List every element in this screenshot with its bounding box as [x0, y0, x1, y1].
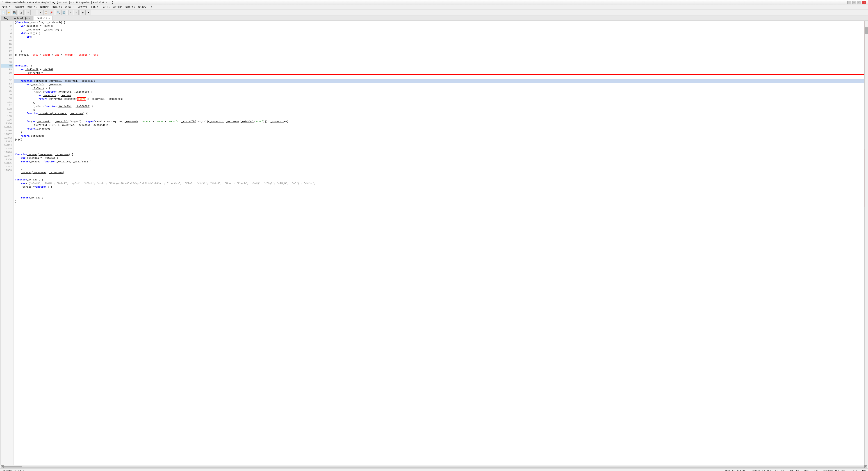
- code-line-12336: var _0x5ea02a = _0xfa2c();: [14, 156, 864, 160]
- menu-bar: 文件(F) 编辑(E) 搜索(S) 视图(V) 编码(N) 语言(L) 设置(T…: [0, 5, 868, 9]
- menu-plugins[interactable]: 插件(P): [124, 5, 136, 9]
- linenum-16: 16: [1, 46, 12, 50]
- code-line-54: },: [14, 101, 864, 104]
- menu-tools[interactable]: 工具(O): [89, 5, 101, 9]
- toolbar-paste[interactable]: 📌: [49, 10, 54, 15]
- toolbar-zoom-out[interactable]: －: [74, 10, 79, 15]
- code-line-12346: var = ['oPoKD', 'lhiNt', 'DzheF', 'VgCsd…: [14, 182, 864, 185]
- linenum-54: 54: [1, 86, 12, 89]
- bottom-scrollbar[interactable]: ◀ ▶: [0, 465, 868, 468]
- code-line-17: [14, 60, 864, 64]
- toolbar-new[interactable]: 📄: [1, 10, 6, 15]
- toolbar-stop[interactable]: ■: [86, 10, 91, 15]
- code-line-16: [14, 57, 864, 60]
- code-line-12350: ;: [14, 192, 864, 196]
- menu-view[interactable]: 视图(V): [38, 5, 51, 9]
- linenum-103: 103: [1, 107, 12, 111]
- toolbar-save[interactable]: 💾: [12, 10, 17, 15]
- code-line-12343: _0x2942(_0x548892, _0x146508);: [14, 171, 864, 174]
- toolbar-replace[interactable]: 🔄: [61, 10, 66, 15]
- menu-help[interactable]: ?: [149, 6, 154, 9]
- scroll-left-btn[interactable]: ◀: [1, 465, 4, 468]
- code-line-104: }: [14, 131, 864, 134]
- code-line-2: var _0x56dfc6 = _0x2942: [14, 24, 864, 28]
- code-line-dots1: [14, 39, 864, 50]
- linenum-5: 5: [1, 35, 12, 39]
- linenum-104: 104: [1, 111, 12, 115]
- menu-search[interactable]: 搜索(S): [26, 5, 38, 9]
- status-pos: Pos: 2,371: [804, 469, 818, 471]
- linenum-106: 106: [1, 118, 12, 122]
- linenum-19: 19: [1, 57, 12, 60]
- menu-run[interactable]: 运行(R): [112, 5, 124, 9]
- menu-settings[interactable]: 设置(T): [76, 5, 89, 9]
- tab-test-close[interactable]: ✕: [49, 17, 50, 20]
- right-scrollbar[interactable]: [864, 21, 868, 465]
- linenum-12336: 12336: [1, 129, 12, 132]
- toolbar-copy[interactable]: 📋: [43, 10, 49, 15]
- maximize-button[interactable]: □: [857, 1, 861, 4]
- line-numbers: 1 2 3 4 5 14 15 16 17 18 19 20 48 49 50 …: [1, 21, 14, 465]
- status-bar: JavaScript file length: 733,861 lines: 1…: [0, 468, 868, 471]
- code-line-12344: }: [14, 174, 864, 178]
- linenum-101: 101: [1, 100, 12, 104]
- editor-container: 1 2 3 4 5 14 15 16 17 18 19 20 48 49 50 …: [0, 21, 868, 465]
- tab-test-js[interactable]: test.js ✕: [34, 16, 53, 21]
- code-line-106: }(){{: [14, 138, 864, 142]
- toolbar-run[interactable]: ▶: [81, 10, 86, 15]
- linenum-1: 1: [1, 21, 12, 24]
- menu-language[interactable]: 语言(L): [64, 5, 76, 9]
- code-line-20: , _0x471ffb = {: [14, 71, 864, 75]
- status-length: length: 733,861: [724, 469, 747, 471]
- code-line-59: };: [14, 108, 864, 112]
- toolbar: 📄 📂 💾 🖨 ↩ ↪ ✂ 📋 📌 🔍 🔄 ＋ － ▶ ■: [0, 9, 868, 16]
- linenum-2: 2: [1, 24, 12, 28]
- toolbar-print[interactable]: 🖨: [19, 10, 24, 15]
- toolbar-find[interactable]: 🔍: [56, 10, 61, 15]
- code-line-1: (function(_0x2c2fc5, _0x1bc86b) {: [14, 21, 864, 24]
- toolbar-sep5: [67, 10, 67, 15]
- scroll-thumb[interactable]: [4, 466, 22, 467]
- scroll-track[interactable]: [4, 466, 864, 468]
- code-line-12345: function _0xfa2c() {: [14, 178, 864, 182]
- linenum-52: 52: [1, 78, 12, 82]
- linenum-12344: 12344: [1, 143, 12, 147]
- status-ln: Ln: 48: [775, 469, 784, 471]
- status-lines: lines: 12,353: [751, 469, 771, 471]
- linenum-17: 17: [1, 50, 12, 53]
- menu-macro[interactable]: 宏(M): [102, 5, 111, 9]
- code-line-103: return _0x44fcc0;: [14, 127, 864, 131]
- toolbar-open[interactable]: 📂: [6, 10, 11, 15]
- toolbar-zoom-in[interactable]: ＋: [68, 10, 73, 15]
- code-line-51: 'AjgEX': function(_0x31f065, _0x16a620) …: [14, 90, 864, 94]
- menu-window[interactable]: 窗口(W): [137, 5, 149, 9]
- toolbar-undo[interactable]: ↩: [26, 10, 31, 15]
- scroll-right-btn[interactable]: ▶: [864, 465, 867, 468]
- linenum-12347: 12347: [1, 154, 12, 158]
- linenum-18: 18: [1, 53, 12, 57]
- tab-login-html[interactable]: login_cn_html.js ✕: [1, 16, 33, 21]
- close-button[interactable]: ✕: [862, 1, 866, 4]
- toolbar-sep1: [18, 10, 18, 15]
- tab-login-close[interactable]: ✕: [29, 17, 30, 20]
- status-line-ending: Windows (CR LF): [823, 469, 845, 471]
- toolbar-redo[interactable]: ↪: [31, 10, 36, 15]
- linenum-12351: 12351: [1, 161, 12, 165]
- menu-file[interactable]: 文件(F): [1, 5, 13, 9]
- menu-edit[interactable]: 编辑(E): [13, 5, 26, 9]
- minimize-button[interactable]: −: [847, 1, 851, 4]
- toolbar-sep6: [80, 10, 80, 15]
- code-line-12334: [14, 149, 864, 153]
- code-line-3: , _0x2deb0d = _0x2c2fc5();: [14, 28, 864, 32]
- code-area[interactable]: (function(_0x2c2fc5, _0x1bc86b) { var _0…: [14, 21, 864, 465]
- toolbar-sep4: [55, 10, 55, 15]
- menu-encoding[interactable]: 编码(N): [51, 5, 63, 9]
- toolbar-cut[interactable]: ✂: [38, 10, 43, 15]
- linenum-12342: 12342: [1, 136, 12, 140]
- tab-test-label: test.js: [37, 17, 47, 20]
- linenum-4: 4: [1, 32, 12, 35]
- linenum-55: 55: [1, 89, 12, 93]
- title-bar-text: C:\Users\Administrator\Desktop\elong_js\…: [2, 1, 113, 4]
- resize-button[interactable]: ◱: [852, 1, 856, 4]
- linenum-50: 50: [1, 71, 12, 75]
